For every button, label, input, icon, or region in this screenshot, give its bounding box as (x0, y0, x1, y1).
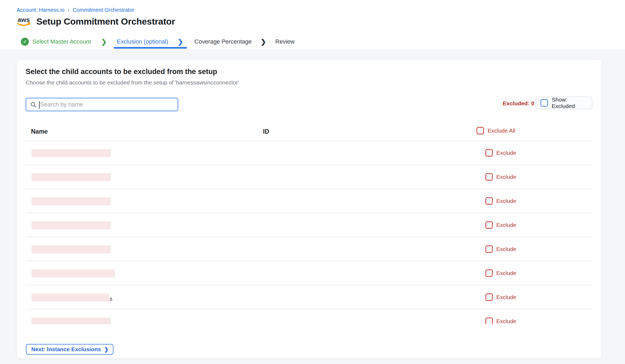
table-row: Exclude (26, 237, 593, 261)
redacted-account-name (32, 173, 111, 181)
show-excluded-toggle[interactable]: Show: Excluded (536, 96, 592, 109)
account-name-cell (32, 197, 111, 205)
exclude-label: Exclude (496, 222, 516, 228)
search-input[interactable] (26, 98, 178, 111)
account-name-cell (32, 269, 116, 277)
redacted-account-name (32, 149, 111, 157)
exclude-checkbox[interactable] (485, 317, 493, 324)
show-excluded-label: Show: Excluded (552, 96, 592, 109)
step-select-master-account[interactable]: ✓ Select Master Account ❯ (21, 35, 107, 49)
setup-stepper: ✓ Select Master Account ❯ Exclusion (opt… (21, 35, 295, 49)
exclude-checkbox[interactable] (485, 173, 493, 181)
next-button-label: Next: Instance Exclusions (31, 346, 101, 353)
exclude-label: Exclude (496, 294, 516, 300)
exclusion-panel: Select the child accounts to be excluded… (17, 59, 601, 359)
exclude-label: Exclude (496, 174, 516, 180)
step-chevron-icon: ❯ (101, 38, 107, 45)
table-row: Exclude (26, 213, 593, 237)
title-row: aws Setup Commitment Orchestrator (17, 16, 175, 27)
table-row: Exclude (26, 261, 593, 285)
exclude-label: Exclude (496, 198, 516, 204)
account-name-trailing-text: s (110, 296, 112, 301)
exclude-all-label: Exclude All (488, 127, 515, 134)
column-header-id: ID (263, 128, 269, 135)
exclude-control[interactable]: Exclude (485, 293, 516, 301)
redacted-account-name (32, 293, 109, 301)
exclude-all-checkbox[interactable] (477, 127, 484, 134)
table-row: Exclude (26, 165, 593, 189)
exclude-label: Exclude (496, 318, 516, 324)
step-label: Coverage Percentage (195, 38, 252, 45)
exclude-checkbox[interactable] (485, 293, 493, 301)
step-chevron-icon: ❯ (178, 38, 183, 45)
page-header: Account: Harness.io › Commitment Orchest… (0, 0, 625, 50)
column-header-name: Name (31, 128, 48, 135)
exclude-control[interactable]: Exclude (485, 317, 516, 324)
redacted-account-name (32, 317, 111, 324)
next-instance-exclusions-button[interactable]: Next: Instance Exclusions ❯ (26, 344, 113, 355)
account-name-cell (32, 173, 111, 181)
account-name-cell (32, 317, 111, 324)
search-box[interactable] (26, 98, 178, 111)
panel-subheading: Choose the child accounts to be excluded… (26, 79, 239, 86)
step-exclusion[interactable]: Exclusion (optional) ❯ (114, 35, 187, 49)
redacted-account-name (32, 269, 115, 277)
account-name-cell (32, 245, 111, 253)
account-name-cell (32, 149, 111, 157)
step-label: Exclusion (optional) (117, 38, 168, 45)
content-area: Select the child accounts to be excluded… (0, 50, 625, 364)
exclude-checkbox[interactable] (485, 149, 493, 157)
exclude-control[interactable]: Exclude (485, 149, 516, 157)
panel-heading: Select the child accounts to be excluded… (26, 68, 217, 76)
exclude-control[interactable]: Exclude (485, 173, 516, 181)
page-title: Setup Commitment Orchestrator (36, 16, 175, 27)
exclude-control[interactable]: Exclude (485, 269, 516, 277)
breadcrumb-page-link[interactable]: Commitment Orchestrator (73, 7, 134, 13)
breadcrumb: Account: Harness.io › Commitment Orchest… (17, 7, 134, 13)
next-button-chevron-icon: ❯ (104, 346, 109, 353)
exclude-label: Exclude (496, 246, 516, 252)
exclude-all-control[interactable]: Exclude All (477, 127, 515, 134)
redacted-account-name (32, 245, 111, 253)
exclude-control[interactable]: Exclude (485, 245, 516, 253)
excluded-count: Excluded: 0 (503, 100, 534, 107)
step-completed-check-icon: ✓ (21, 38, 29, 46)
table-header: Name ID Exclude All (26, 124, 593, 141)
exclude-control[interactable]: Exclude (485, 221, 516, 229)
account-name-cell (32, 221, 111, 229)
step-review[interactable]: Review (275, 35, 295, 49)
exclude-checkbox[interactable] (485, 245, 493, 253)
exclude-label: Exclude (496, 150, 516, 156)
exclude-checkbox[interactable] (485, 221, 493, 229)
step-label: Select Master Account (32, 38, 91, 45)
exclude-control[interactable]: Exclude (485, 197, 516, 205)
page: Account: Harness.io › Commitment Orchest… (0, 0, 625, 364)
table-row: Exclude (26, 189, 593, 213)
show-excluded-checkbox[interactable] (540, 99, 548, 107)
exclude-label: Exclude (496, 270, 516, 276)
exclude-checkbox[interactable] (485, 269, 493, 277)
account-name-cell: s (32, 293, 112, 301)
breadcrumb-account-link[interactable]: Account: Harness.io (17, 7, 64, 13)
table-row: Exclude (26, 309, 593, 324)
aws-logo-icon: aws (17, 16, 32, 27)
table-row: s Exclude (26, 285, 593, 309)
text-cursor (39, 101, 40, 109)
table-body: Exclude Exclude Exclude (26, 141, 593, 324)
breadcrumb-separator-icon: › (68, 7, 70, 13)
step-label: Review (275, 38, 295, 45)
step-chevron-icon: ❯ (261, 38, 266, 45)
redacted-account-name (32, 221, 111, 229)
redacted-account-name (32, 197, 111, 205)
table-row: Exclude (26, 141, 593, 165)
step-coverage-percentage[interactable]: Coverage Percentage ❯ (195, 35, 266, 49)
exclude-checkbox[interactable] (485, 197, 493, 205)
